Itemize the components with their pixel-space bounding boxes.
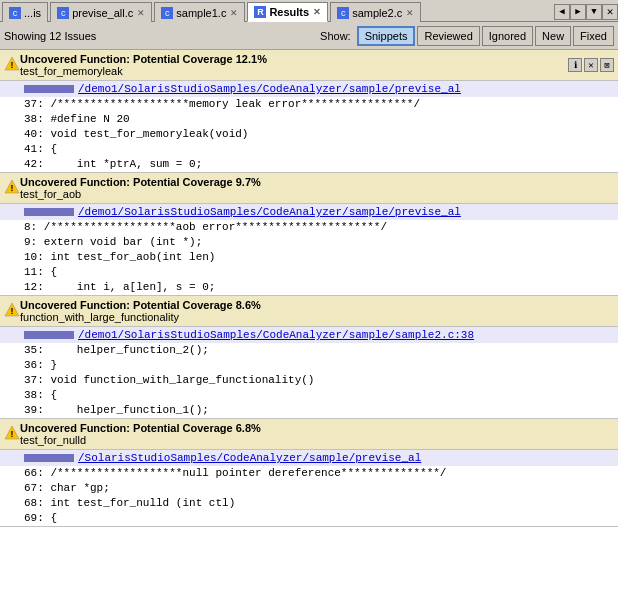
tab-icon-sample1: c: [161, 7, 173, 19]
snippets-button[interactable]: Snippets: [357, 26, 416, 46]
tab-close-sample1[interactable]: ✕: [230, 8, 238, 18]
issue-header-0: ! Uncovered Function: Potential Coverage…: [0, 50, 618, 81]
file-link-bar-2: [24, 331, 74, 339]
tab-label-is: ...is: [24, 7, 41, 19]
issue-action-btn-0[interactable]: ℹ: [568, 58, 582, 72]
code-line-1-0: 8: /*******************aob error********…: [0, 220, 618, 235]
code-section-1: /demo1/SolarisStudioSamples/CodeAnalyzer…: [0, 204, 618, 295]
issue-block-3: ! Uncovered Function: Potential Coverage…: [0, 419, 618, 527]
issues-count-label: Showing 12 Issues: [4, 30, 320, 42]
code-line-2-3: 38: {: [0, 388, 618, 403]
file-link-1[interactable]: /demo1/SolarisStudioSamples/CodeAnalyzer…: [78, 206, 461, 218]
code-section-2: /demo1/SolarisStudioSamples/CodeAnalyzer…: [0, 327, 618, 418]
issue-header-3: ! Uncovered Function: Potential Coverage…: [0, 419, 618, 450]
show-label: Show:: [320, 30, 351, 42]
code-line-0-2: 40: void test_for_memoryleak(void): [0, 127, 618, 142]
code-line-2-2: 37: void function_with_large_functionali…: [0, 373, 618, 388]
ignored-button[interactable]: Ignored: [482, 26, 533, 46]
file-link-row-0: /demo1/SolarisStudioSamples/CodeAnalyzer…: [0, 81, 618, 97]
warning-icon-0: !: [4, 56, 20, 75]
issue-title-area-0: Uncovered Function: Potential Coverage 1…: [20, 53, 568, 77]
content-area: ! Uncovered Function: Potential Coverage…: [0, 50, 618, 593]
svg-text:!: !: [9, 184, 14, 194]
code-line-2-0: 35: helper_function_2();: [0, 343, 618, 358]
code-line-0-0: 37: /********************memory leak err…: [0, 97, 618, 112]
tab-close-sample2[interactable]: ✕: [406, 8, 414, 18]
file-link-3[interactable]: /SolarisStudioSamples/CodeAnalyzer/sampl…: [78, 452, 421, 464]
file-link-0[interactable]: /demo1/SolarisStudioSamples/CodeAnalyzer…: [78, 83, 461, 95]
code-line-3-1: 67: char *gp;: [0, 481, 618, 496]
code-line-1-1: 9: extern void bar (int *);: [0, 235, 618, 250]
issue-action-btn-2[interactable]: ⊠: [600, 58, 614, 72]
issue-header-icons-0: ℹ✕⊠: [568, 58, 614, 72]
svg-text:!: !: [9, 61, 14, 71]
file-link-bar-0: [24, 85, 74, 93]
file-link-bar-3: [24, 454, 74, 462]
issue-title-3: Uncovered Function: Potential Coverage 6…: [20, 422, 614, 434]
tab-close-results[interactable]: ✕: [313, 7, 321, 17]
tab-navigation: ◀ ▶ ▼ ✕: [554, 2, 618, 21]
tab-label-sample1: sample1.c: [176, 7, 226, 19]
fixed-button[interactable]: Fixed: [573, 26, 614, 46]
code-line-3-3: 69: {: [0, 511, 618, 526]
code-line-0-3: 41: {: [0, 142, 618, 157]
issue-header-2: ! Uncovered Function: Potential Coverage…: [0, 296, 618, 327]
tab-nav-menu[interactable]: ▼: [586, 4, 602, 20]
svg-text:!: !: [9, 430, 14, 440]
issue-subtitle-3: test_for_nulld: [20, 434, 614, 446]
code-line-0-1: 38: #define N 20: [0, 112, 618, 127]
tab-icon-is: c: [9, 7, 21, 19]
tab-label-sample2: sample2.c: [352, 7, 402, 19]
code-line-1-2: 10: int test_for_aob(int len): [0, 250, 618, 265]
file-link-row-1: /demo1/SolarisStudioSamples/CodeAnalyzer…: [0, 204, 618, 220]
issue-header-1: ! Uncovered Function: Potential Coverage…: [0, 173, 618, 204]
tab-icon-results: R: [254, 6, 266, 18]
tab-nav-close[interactable]: ✕: [602, 4, 618, 20]
tab-icon-previse: c: [57, 7, 69, 19]
issue-block-2: ! Uncovered Function: Potential Coverage…: [0, 296, 618, 419]
issue-title-2: Uncovered Function: Potential Coverage 8…: [20, 299, 614, 311]
tab-label-results: Results: [269, 6, 309, 18]
file-link-bar-1: [24, 208, 74, 216]
issue-action-btn-1[interactable]: ✕: [584, 58, 598, 72]
tab-sample1[interactable]: c sample1.c ✕: [154, 2, 245, 22]
file-link-2[interactable]: /demo1/SolarisStudioSamples/CodeAnalyzer…: [78, 329, 474, 341]
issue-title-1: Uncovered Function: Potential Coverage 9…: [20, 176, 614, 188]
issue-title-area-2: Uncovered Function: Potential Coverage 8…: [20, 299, 614, 323]
code-line-1-4: 12: int i, a[len], s = 0;: [0, 280, 618, 295]
warning-icon-2: !: [4, 302, 20, 321]
issue-subtitle-0: test_for_memoryleak: [20, 65, 568, 77]
reviewed-button[interactable]: Reviewed: [417, 26, 479, 46]
warning-icon-1: !: [4, 179, 20, 198]
file-link-row-2: /demo1/SolarisStudioSamples/CodeAnalyzer…: [0, 327, 618, 343]
issue-title-area-3: Uncovered Function: Potential Coverage 6…: [20, 422, 614, 446]
tab-nav-right[interactable]: ▶: [570, 4, 586, 20]
tab-results[interactable]: R Results ✕: [247, 2, 328, 22]
tab-is[interactable]: c ...is: [2, 2, 48, 22]
code-line-2-4: 39: helper_function_1();: [0, 403, 618, 418]
tab-bar: c ...is c previse_all.c ✕ c sample1.c ✕ …: [0, 0, 618, 22]
issue-title-0: Uncovered Function: Potential Coverage 1…: [20, 53, 568, 65]
svg-text:!: !: [9, 307, 14, 317]
issue-title-area-1: Uncovered Function: Potential Coverage 9…: [20, 176, 614, 200]
code-section-3: /SolarisStudioSamples/CodeAnalyzer/sampl…: [0, 450, 618, 526]
toolbar: Showing 12 Issues Show: Snippets Reviewe…: [0, 22, 618, 50]
file-link-row-3: /SolarisStudioSamples/CodeAnalyzer/sampl…: [0, 450, 618, 466]
code-line-3-0: 66: /*******************null pointer der…: [0, 466, 618, 481]
issue-subtitle-2: function_with_large_functionality: [20, 311, 614, 323]
code-line-3-2: 68: int test_for_nulld (int ctl): [0, 496, 618, 511]
tab-close-previse[interactable]: ✕: [137, 8, 145, 18]
tab-label-previse: previse_all.c: [72, 7, 133, 19]
tab-icon-sample2: c: [337, 7, 349, 19]
warning-icon-3: !: [4, 425, 20, 444]
code-line-2-1: 36: }: [0, 358, 618, 373]
new-button[interactable]: New: [535, 26, 571, 46]
issue-block-1: ! Uncovered Function: Potential Coverage…: [0, 173, 618, 296]
code-section-0: /demo1/SolarisStudioSamples/CodeAnalyzer…: [0, 81, 618, 172]
issue-subtitle-1: test_for_aob: [20, 188, 614, 200]
code-line-1-3: 11: {: [0, 265, 618, 280]
tab-previse[interactable]: c previse_all.c ✕: [50, 2, 152, 22]
issues-list[interactable]: ! Uncovered Function: Potential Coverage…: [0, 50, 618, 593]
tab-nav-left[interactable]: ◀: [554, 4, 570, 20]
tab-sample2[interactable]: c sample2.c ✕: [330, 2, 421, 22]
